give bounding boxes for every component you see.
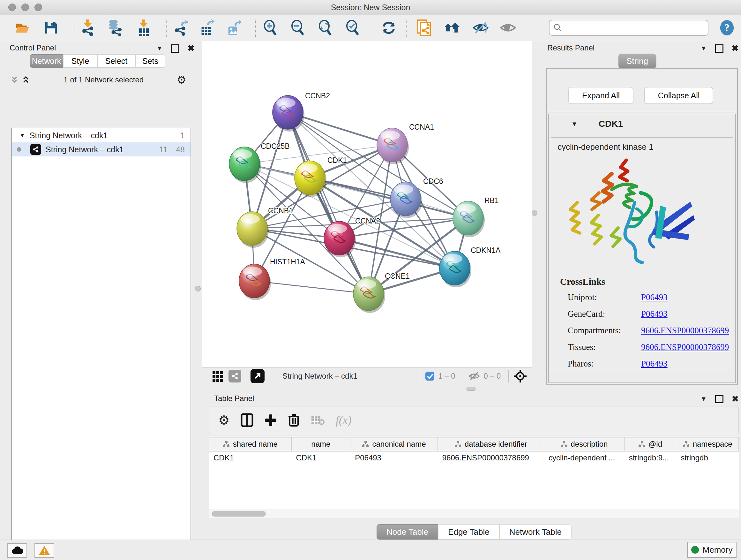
gene-section-expander-icon[interactable]: ▼: [571, 120, 578, 128]
table-settings-gear-icon[interactable]: ⚙: [218, 413, 230, 428]
column-header-shared-name[interactable]: shared name: [209, 437, 292, 451]
zoom-in-icon[interactable]: [262, 19, 278, 36]
column-header--id[interactable]: @id: [624, 437, 677, 451]
search-input[interactable]: [562, 23, 708, 33]
table-row[interactable]: CDK1CDK1P064939606.ENSP00000378699cyclin…: [209, 451, 739, 464]
results-panel-collapse-icon[interactable]: ▼: [700, 45, 707, 52]
zoom-out-icon[interactable]: [289, 19, 306, 36]
export-network-icon[interactable]: [172, 19, 189, 36]
column-header-canonical-name[interactable]: canonical name: [350, 437, 438, 451]
fit-selected-crosshair-icon[interactable]: [513, 369, 527, 383]
results-tab-string[interactable]: String: [618, 54, 656, 68]
show-columns-icon[interactable]: [241, 413, 253, 427]
node-rb1[interactable]: RB1: [453, 196, 499, 237]
table-body: CDK1CDK1P064939606.ENSP00000378699cyclin…: [209, 451, 739, 464]
help-icon[interactable]: ?: [719, 19, 735, 36]
node-cdc6[interactable]: CDC6: [390, 177, 443, 218]
open-session-icon[interactable]: [14, 19, 30, 36]
crosslink-value-link[interactable]: P06493: [641, 359, 668, 369]
import-network-from-database-icon[interactable]: [107, 19, 123, 36]
collapse-all-button[interactable]: Collapse All: [644, 87, 713, 104]
collapse-all-icon[interactable]: [10, 75, 19, 84]
show-all-eye-icon[interactable]: [500, 19, 516, 36]
zoom-fit-icon[interactable]: [317, 19, 333, 36]
share-document-icon[interactable]: [415, 19, 432, 36]
import-table-icon[interactable]: [135, 19, 152, 36]
column-header-description[interactable]: description: [544, 437, 624, 451]
tab-sets[interactable]: Sets: [135, 54, 165, 68]
table-cell[interactable]: 9606.ENSP00000378699: [438, 453, 544, 462]
string-panel-toggle-icon[interactable]: [228, 370, 241, 382]
import-network-icon[interactable]: [79, 19, 96, 36]
export-image-icon[interactable]: [225, 19, 242, 36]
left-splitter-grip[interactable]: [195, 286, 201, 292]
table-cell[interactable]: stringdb:9...: [624, 453, 677, 462]
column-header-namespace[interactable]: namespace: [676, 437, 739, 451]
tab-network[interactable]: Network: [30, 54, 63, 68]
warning-button[interactable]: [35, 543, 54, 558]
home-pages-icon[interactable]: [444, 19, 461, 36]
table-panel-collapse-icon[interactable]: ▼: [700, 395, 707, 402]
network-tree-root-row[interactable]: ▼ String Network – cdk1 1: [12, 128, 191, 142]
expand-all-button[interactable]: Expand All: [568, 87, 633, 104]
table-cell[interactable]: cyclin-dependent ...: [544, 453, 624, 462]
node-table[interactable]: shared namenamecanonical namedatabase id…: [209, 437, 739, 510]
tab-select[interactable]: Select: [97, 54, 135, 68]
refresh-icon[interactable]: [381, 19, 397, 36]
network-item-label: String Network – cdk1: [46, 145, 124, 154]
crosslink-value-link[interactable]: 9606.ENSP00000378699: [641, 326, 729, 335]
tab-style[interactable]: Style: [63, 54, 97, 68]
crosslink-value-link[interactable]: P06493: [641, 293, 668, 302]
column-header-name[interactable]: name: [292, 437, 351, 451]
table-panel-float-icon[interactable]: [715, 395, 724, 403]
table-cell[interactable]: CDK1: [292, 453, 351, 462]
search-box[interactable]: [549, 20, 709, 36]
control-panel-close-icon[interactable]: ✖: [188, 44, 195, 53]
birdseye-grid-icon[interactable]: [212, 370, 224, 382]
expand-all-icon[interactable]: [21, 75, 30, 84]
node-ccna2[interactable]: CCNA2: [324, 217, 380, 257]
results-panel-close-icon[interactable]: ✖: [732, 44, 739, 53]
node-hist1h1a[interactable]: HIST1H1A: [239, 258, 306, 300]
node-cdkn1a[interactable]: CDKN1A: [440, 246, 501, 287]
table-panel-close-icon[interactable]: ✖: [732, 394, 739, 404]
table-hscrollbar-thumb[interactable]: [212, 511, 266, 516]
open-in-new-window-icon[interactable]: [251, 369, 265, 383]
crosslink-value-link[interactable]: P06493: [641, 309, 668, 319]
memory-button[interactable]: Memory: [687, 542, 737, 558]
bottom-splitter-grip[interactable]: [467, 387, 475, 391]
table-hscrollbar[interactable]: [209, 509, 739, 518]
add-column-icon[interactable]: [264, 414, 277, 427]
tab-node-table[interactable]: Node Table: [377, 524, 438, 540]
export-table-icon[interactable]: [199, 19, 215, 36]
table-cell[interactable]: P06493: [350, 453, 438, 462]
node-label-ccna1: CCNA1: [409, 123, 434, 131]
delete-column-icon[interactable]: [288, 413, 300, 427]
column-header-database-identifier[interactable]: database identifier: [438, 437, 544, 451]
hide-selection-eye-icon[interactable]: [472, 19, 489, 36]
table-cell[interactable]: CDK1: [209, 453, 292, 462]
table-cell[interactable]: stringdb: [676, 453, 739, 462]
results-panel-float-icon[interactable]: [715, 44, 724, 53]
network-canvas[interactable]: CCNB2CCNA1CDC25BCDK1CDC6RB1CCNB1CCNA2CDK…: [202, 41, 532, 367]
network-tree-child-row[interactable]: String Network – cdk1 11 48: [12, 142, 191, 157]
tree-expander-icon[interactable]: ▼: [19, 132, 25, 139]
selected-checkbox-icon[interactable]: [425, 371, 435, 381]
control-panel-float-icon[interactable]: [171, 44, 179, 53]
cloud-button[interactable]: [7, 543, 27, 558]
edge-ccnb2-ccne1[interactable]: [288, 112, 368, 294]
control-panel-collapse-icon[interactable]: ▼: [156, 45, 163, 52]
node-ccnb2[interactable]: CCNB2: [273, 91, 330, 132]
edge-cdk1-rb1[interactable]: [310, 178, 468, 218]
node-label-ccne1: CCNE1: [385, 272, 410, 280]
zoom-selected-icon[interactable]: [344, 19, 360, 36]
save-session-icon[interactable]: [43, 19, 59, 36]
tab-edge-table[interactable]: Edge Table: [438, 524, 499, 540]
edge-hist1h1a-ccne1[interactable]: [254, 281, 368, 294]
right-splitter-grip[interactable]: [532, 210, 537, 216]
crosslink-value-link[interactable]: 9606.ENSP00000378699: [641, 342, 729, 352]
network-graph[interactable]: CCNB2CCNA1CDC25BCDK1CDC6RB1CCNB1CCNA2CDK…: [202, 41, 532, 367]
node-cdc25b[interactable]: CDC25B: [229, 142, 290, 183]
network-options-gear-icon[interactable]: ⚙: [177, 75, 186, 84]
tab-network-table[interactable]: Network Table: [499, 524, 571, 540]
